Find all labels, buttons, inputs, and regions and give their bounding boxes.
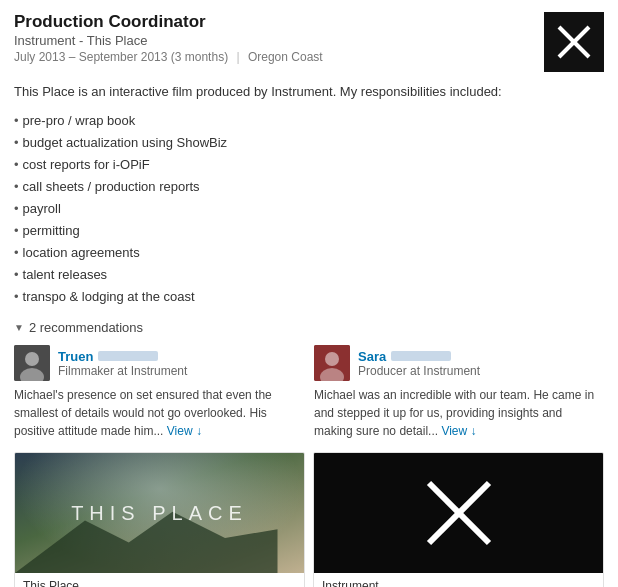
view-link[interactable]: View ↓ [167, 424, 202, 438]
rec-name-text: Truen [58, 349, 93, 364]
bullet-item: •transpo & lodging at the coast [14, 286, 604, 308]
rec-avatar [314, 345, 350, 381]
bullet-item: •pre-pro / wrap book [14, 110, 604, 132]
rec-name[interactable]: Sara [358, 349, 480, 364]
recommendations-label: 2 recommendations [29, 320, 143, 335]
rec-name-blur [98, 351, 158, 361]
bullet-dot: • [14, 198, 19, 220]
rec-role: Producer at Instrument [358, 364, 480, 378]
bullet-item: •budget actualization using ShowBiz [14, 132, 604, 154]
recommendations-toggle[interactable]: ▼ 2 recommendations [14, 320, 604, 335]
bullet-item: •location agreements [14, 242, 604, 264]
logo-icon [554, 22, 594, 62]
bullet-dot: • [14, 110, 19, 132]
bullet-dot: • [14, 220, 19, 242]
rec-name-text: Sara [358, 349, 386, 364]
bullet-text: pre-pro / wrap book [23, 110, 136, 132]
bullet-text: location agreements [23, 242, 140, 264]
bullet-item: •payroll [14, 198, 604, 220]
rec-text: Michael was an incredible with our team.… [314, 386, 604, 440]
recommendations-section: ▼ 2 recommendations Truen Filmmaker at I… [14, 320, 604, 440]
bullet-dot: • [14, 132, 19, 154]
thumb-title: THIS PLACE [71, 502, 248, 525]
bullet-text: cost reports for i-OPiF [23, 154, 150, 176]
rec-card: Truen Filmmaker at Instrument Michael's … [14, 345, 304, 440]
view-link[interactable]: View ↓ [441, 424, 476, 438]
recommendations-cards: Truen Filmmaker at Instrument Michael's … [14, 345, 604, 440]
company-name: Instrument - This Place [14, 33, 323, 48]
media-label: Instrument [314, 573, 603, 587]
bullet-dot: • [14, 286, 19, 308]
rec-avatar [14, 345, 50, 381]
media-card[interactable]: THIS PLACE This Place [14, 452, 305, 587]
rec-role: Filmmaker at Instrument [58, 364, 187, 378]
bullet-item: •cost reports for i-OPiF [14, 154, 604, 176]
media-thumbnail [314, 453, 603, 573]
bullet-dot: • [14, 264, 19, 286]
instrument-logo-icon [424, 478, 494, 548]
date-location: July 2013 – September 2013 (3 months) | … [14, 50, 323, 64]
media-card[interactable]: Instrument [313, 452, 604, 587]
job-header: Production Coordinator Instrument - This… [14, 12, 604, 72]
rec-name-block: Sara Producer at Instrument [358, 349, 480, 378]
media-label: This Place [15, 573, 304, 587]
bullet-text: call sheets / production reports [23, 176, 200, 198]
bullet-text: permitting [23, 220, 80, 242]
location: Oregon Coast [248, 50, 323, 64]
bullet-text: budget actualization using ShowBiz [23, 132, 228, 154]
media-row: THIS PLACE This Place Instrument [14, 452, 604, 587]
job-title: Production Coordinator [14, 12, 323, 32]
rec-name-blur [391, 351, 451, 361]
rec-text: Michael's presence on set ensured that e… [14, 386, 304, 440]
title-block: Production Coordinator Instrument - This… [14, 12, 323, 64]
bullet-item: •permitting [14, 220, 604, 242]
svg-point-3 [25, 352, 39, 366]
bullet-dot: • [14, 154, 19, 176]
bullet-text: talent releases [23, 264, 108, 286]
bullet-item: •talent releases [14, 264, 604, 286]
description: This Place is an interactive film produc… [14, 82, 604, 308]
rec-header: Truen Filmmaker at Instrument [14, 345, 304, 381]
bullet-dot: • [14, 176, 19, 198]
media-thumbnail: THIS PLACE [15, 453, 304, 573]
bullet-text: transpo & lodging at the coast [23, 286, 195, 308]
description-intro: This Place is an interactive film produc… [14, 82, 604, 102]
separator: | [236, 50, 239, 64]
rec-header: Sara Producer at Instrument [314, 345, 604, 381]
svg-point-6 [325, 352, 339, 366]
bullet-text: payroll [23, 198, 61, 220]
rec-name-block: Truen Filmmaker at Instrument [58, 349, 187, 378]
bullet-list: •pre-pro / wrap book•budget actualizatio… [14, 110, 604, 309]
rec-card: Sara Producer at Instrument Michael was … [314, 345, 604, 440]
date-range: July 2013 – September 2013 (3 months) [14, 50, 228, 64]
toggle-arrow-icon: ▼ [14, 322, 24, 333]
rec-name[interactable]: Truen [58, 349, 187, 364]
company-logo [544, 12, 604, 72]
bullet-dot: • [14, 242, 19, 264]
bullet-item: •call sheets / production reports [14, 176, 604, 198]
